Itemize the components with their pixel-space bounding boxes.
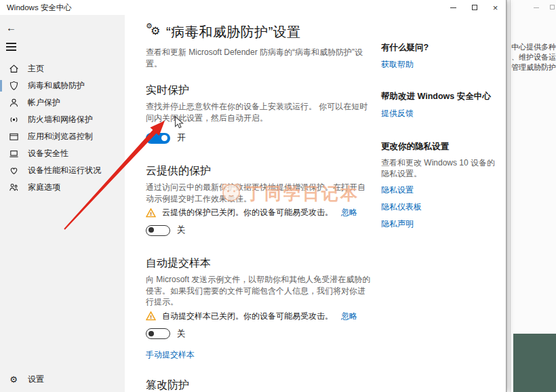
titlebar: Windows 安全中心 × [0,0,506,15]
family-icon [8,182,19,193]
menu-button[interactable] [6,43,17,51]
warning-icon: ! [146,311,156,321]
realtime-protection-toggle-row: 开 [146,132,371,144]
cloud-protection-warning: ! 云提供的保护已关闭。你的设备可能易受攻击。 忽略 [146,207,357,218]
window-title: Windows 安全中心 [0,3,72,13]
person-icon [8,97,19,108]
feedback-heading: 帮助改进 Windows 安全中心 [381,91,502,102]
background-window-edge [510,0,511,392]
background-text-line: 、维护设备运行状 [511,52,556,62]
cloud-protection-toggle-row: 关 [146,224,371,236]
cloud-protection-toggle[interactable] [146,225,170,236]
close-button[interactable]: × [485,0,506,15]
provide-feedback-link[interactable]: 提供反馈 [381,108,414,119]
sidebar-item-settings[interactable]: ⚙ 设置 [0,371,125,388]
background-window-text: 中心提供多种选项来 、维护设备运行状 管理威胁防护设置 [511,42,556,73]
gear-icon: ⚙ [8,374,19,385]
privacy-statement-link[interactable]: 隐私声明 [381,218,414,230]
sample-submission-toggle-row: 关 [146,328,371,340]
sidebar-item-app-browser-control[interactable]: 应用和浏览器控制 [0,128,125,145]
background-text-line: 管理威胁防护设置 [511,62,556,73]
background-text-line: 中心提供多种选项来 [511,42,556,52]
toggle-state-label: 关 [177,224,186,236]
sidebar-item-label: 设置 [28,374,44,385]
sidebar-item-label: 帐户保护 [28,97,60,109]
section-body: 通过访问云中的最新保护数据更快地提供增强保护。在打开自动示例提交时工作效果最佳。 [146,182,371,204]
privacy-settings-link[interactable]: 隐私设置 [381,184,414,196]
toggle-state-label: 关 [177,328,186,340]
sidebar-item-label: 病毒和威胁防护 [28,80,85,92]
get-help-link[interactable]: 获取帮助 [381,59,414,71]
toggle-knob [161,135,167,141]
main-content: ⚙⚙ “病毒和威胁防护”设置 查看和更新 Microsoft Defender … [146,15,371,392]
section-heading-cloud-protection: 云提供的保护 [146,164,371,178]
toggle-knob [148,227,154,233]
background-window: 中心提供多种选项来 、维护设备运行状 管理威胁防护设置 [507,0,556,392]
sidebar-item-family-options[interactable]: 家庭选项 [0,179,125,196]
privacy-dashboard-link[interactable]: 隐私仪表板 [381,201,422,213]
warning-text: 云提供的保护已关闭。你的设备可能易受攻击。 [162,207,341,218]
sidebar-item-home[interactable]: 主页 [0,60,125,77]
section-body: 查找并停止恶意软件在你的设备上安装或运行。 你可以在短时间内关闭此设置，然后自动… [146,101,371,123]
sidebar-item-label: 主页 [28,63,44,75]
desktop-background [513,334,556,392]
sidebar-item-virus-threat-protection[interactable]: 病毒和威胁防护 [0,77,125,94]
health-icon [8,165,19,176]
hamburger-icon [6,43,17,51]
settings-gears-icon: ⚙⚙ [146,23,163,39]
toggle-knob [148,331,154,336]
sidebar-item-label: 应用和浏览器控制 [28,131,93,142]
warning-text: 自动提交样本已关闭。你的设备可能易受攻击。 [162,311,341,322]
minimize-icon [450,7,456,8]
section-body: 向 Microsoft 发送示例文件，以帮助你和其他人免受潜在威胁的侵害。如果我… [146,274,371,308]
sample-submission-toggle[interactable] [146,328,170,339]
background-maximize-icon [550,5,555,9]
minimize-button[interactable] [443,0,464,15]
shield-icon [8,80,19,91]
sidebar: ← 主页 病毒和威胁防护 帐户保护 [0,15,125,392]
privacy-heading: 更改你的隐私设置 [381,141,502,153]
maximize-button[interactable] [464,0,485,15]
home-icon [8,63,19,74]
background-window-controls [534,3,555,9]
maximize-icon [472,5,477,10]
ignore-link[interactable]: 忽略 [341,311,357,322]
back-button[interactable]: ← [6,22,20,33]
page-title: “病毒和威胁防护”设置 [166,23,301,41]
realtime-protection-toggle[interactable] [146,133,170,144]
sidebar-item-device-security[interactable]: 设备安全性 [0,145,125,162]
sidebar-item-firewall-network[interactable]: 防火墙和网络保护 [0,111,125,128]
ignore-link[interactable]: 忽略 [341,207,357,218]
sidebar-item-label: 家庭选项 [28,182,60,193]
manual-sample-submission-link[interactable]: 手动提交样本 [146,349,195,361]
network-icon [8,114,19,125]
apps-icon [8,131,19,142]
warning-icon: ! [146,208,156,218]
sidebar-item-device-performance[interactable]: 设备性能和运行状况 [0,162,125,179]
help-panel: 有什么疑问? 获取帮助 帮助改进 Windows 安全中心 提供反馈 更改你的隐… [381,15,502,230]
device-icon [8,148,19,159]
sidebar-item-label: 防火墙和网络保护 [28,114,93,125]
sample-submission-warning: ! 自动提交样本已关闭。你的设备可能易受攻击。 忽略 [146,311,357,322]
sidebar-item-account-protection[interactable]: 帐户保护 [0,94,125,111]
sidebar-item-label: 设备安全性 [28,148,68,159]
question-heading: 有什么疑问? [381,42,502,54]
svg-text:!: ! [150,314,152,320]
section-heading-sample-submission: 自动提交样本 [146,256,371,271]
section-heading-realtime-protection: 实时保护 [146,83,371,98]
toggle-state-label: 开 [177,132,186,144]
section-heading-tamper-protection: 篡改防护 [146,378,371,392]
svg-text:!: ! [150,211,152,217]
page-subtitle: 查看和更新 Microsoft Defender 防病毒的“病毒和威胁防护”设置… [146,47,371,70]
privacy-body: 查看和更改 Windows 10 设备的隐私设置。 [381,157,502,179]
back-arrow-icon: ← [6,22,16,33]
background-minimize-icon [534,7,539,8]
windows-security-window: Windows 安全中心 × ← 主页 病毒和威胁防护 [0,0,507,392]
sidebar-item-label: 设备性能和运行状况 [28,165,101,176]
